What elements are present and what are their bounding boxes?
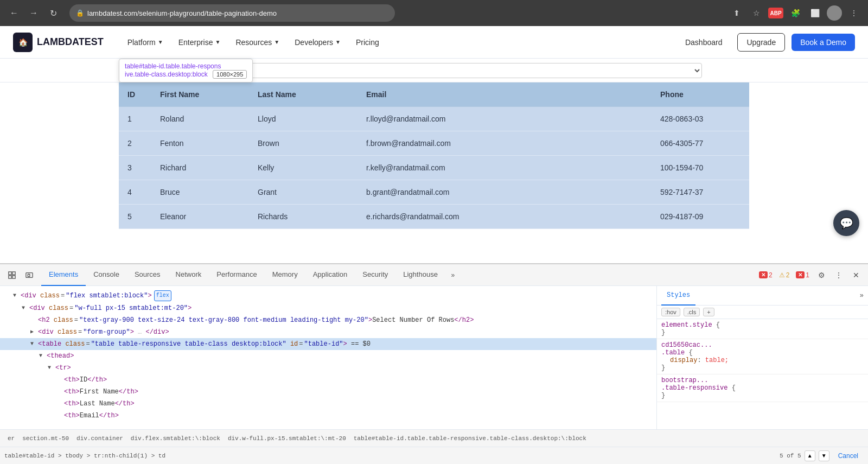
elem-html-2: <div class="w-full px-15 smtablet:mt-20"… [29,303,192,313]
nav-pricing-label: Pricing [356,38,379,47]
window-icon[interactable]: ⬜ [807,5,822,21]
extension-icon[interactable]: 🧩 [788,5,803,21]
expand-icon-5[interactable]: ▼ [30,339,38,349]
breadcrumb-flex[interactable]: div.flex.smtablet:\:block [127,435,224,442]
tab-lighthouse[interactable]: Lighthouse [395,264,445,286]
hov-button[interactable]: :hov [661,308,680,316]
menu-icon[interactable]: ⋮ [846,5,861,21]
nav-resources[interactable]: Resources ▼ [229,35,286,50]
nav-developers[interactable]: Developers ▼ [288,35,347,50]
reload-button[interactable]: ↻ [46,5,61,21]
cancel-button[interactable]: Cancel [833,451,864,461]
devtools-close-button[interactable]: ✕ [848,268,864,283]
forward-button[interactable]: → [26,5,41,21]
browser-chrome: ← → ↻ 🔒 lambdatest.com/selenium-playgrou… [0,0,868,26]
star-icon[interactable]: ☆ [749,5,764,21]
elem-html-4: <div class="form-group"> … </div> [38,327,169,337]
table-header: ID First Name Last Name Email Phone [119,82,749,107]
address-bar[interactable]: 🔒 lambdatest.com/selenium-playground/tab… [69,4,395,22]
tab-sources[interactable]: Sources [127,264,168,286]
nav-up-button[interactable]: ▲ [805,450,815,461]
expand-icon-4[interactable]: ▶ [30,327,38,337]
user-avatar [827,5,842,21]
table-row: 1RolandLloydr.lloyd@randatmail.com428-08… [119,107,749,131]
styles-tab-styles[interactable]: Styles [661,286,695,306]
expand-icon-7[interactable]: ▼ [48,363,55,373]
upgrade-button[interactable]: Upgrade [737,33,785,52]
data-table: ID First Name Last Name Email Phone 1Rol… [119,82,749,229]
warn-icon: ⚠ [779,271,785,279]
error2-count: 1 [806,271,809,279]
status-count: 5 of 5 [780,453,801,459]
dashboard-button[interactable]: Dashboard [676,34,731,51]
warn-badge[interactable]: ⚠ 2 [777,270,792,280]
nav-platform[interactable]: Platform ▼ [121,35,170,50]
more-tabs-button[interactable]: » [445,268,461,283]
elem-line-selected[interactable]: ▼ <table class="table table-responsive t… [0,338,656,350]
tab-network[interactable]: Network [168,264,209,286]
device-toolbar-icon[interactable] [22,268,37,283]
elements-panel[interactable]: ▼ <div class="flex smtablet:block"> flex… [0,286,656,429]
devtools-settings-button[interactable]: ⚙ [814,268,829,283]
error-badge-2[interactable]: ✕ 1 [794,270,812,280]
chat-bubble[interactable]: 💬 [833,210,859,236]
table-class-selector: .table [661,349,688,357]
expand-icon-6[interactable]: ▼ [39,351,47,361]
back-button[interactable]: ← [7,5,22,21]
elem-line[interactable]: ▶ <div class="form-group"> … </div> [0,326,656,338]
bootstrap-selector: .table-responsive [661,384,732,392]
styles-more-button[interactable]: » [860,292,864,300]
nav-pricing[interactable]: Pricing [349,35,386,50]
breadcrumb-er[interactable]: er [4,435,18,442]
svg-rect-3 [12,275,15,278]
elem-line[interactable]: ▶ <th>First Name</th> [0,386,656,398]
chevron-down-icon: ▼ [158,39,163,45]
error-badge[interactable]: ✕ 2 [757,270,775,280]
bootstrap-source: bootstrap... [661,377,708,384]
elem-html-6: <thead> [47,351,74,361]
nav-enterprise-label: Enterprise [178,38,213,47]
tab-performance[interactable]: Performance [209,264,264,286]
breadcrumb-container[interactable]: div.container [73,435,126,442]
add-style-button[interactable]: + [703,308,714,316]
col-header-id: ID [119,82,151,107]
elem-line[interactable]: ▼ <tr> [0,362,656,374]
elem-line[interactable]: ▶ <th>ID</th> [0,374,656,386]
lt-logo-icon: 🏠 [13,33,33,52]
svg-rect-1 [12,271,15,274]
book-demo-button[interactable]: Book a Demo [792,34,855,51]
svg-rect-0 [9,271,11,274]
elem-line[interactable]: ▶ <h2 class="text-gray-900 text-size-24 … [0,314,656,326]
nav-enterprise[interactable]: Enterprise ▼ [172,35,227,50]
nav-down-button[interactable]: ▼ [819,450,829,461]
devtools-tab-icons [4,268,37,283]
tab-console[interactable]: Console [86,264,127,286]
lt-nav-actions: Dashboard Upgrade Book a Demo [676,33,855,52]
tab-security[interactable]: Security [355,264,395,286]
devtools-menu-button[interactable]: ⋮ [831,268,846,283]
elem-line[interactable]: ▶ <th>Last Name</th> [0,398,656,410]
breadcrumb-wfull[interactable]: div.w-full.px-15.smtablet:\:mt-20 [225,435,349,442]
tab-elements[interactable]: Elements [41,264,86,286]
nav-platform-label: Platform [127,38,156,47]
devtools-panel: Elements Console Sources Network Perform… [0,263,868,464]
bootstrap-style-rule: bootstrap... .table-responsive { } [657,374,868,402]
expand-icon-2[interactable]: ▼ [22,303,29,313]
cls-button[interactable]: .cls [684,308,700,316]
expand-icon[interactable]: ▼ [13,291,21,301]
elem-line[interactable]: ▼ <div class="w-full px-15 smtablet:mt-2… [0,302,656,314]
elem-line[interactable]: ▼ <thead> [0,350,656,362]
tab-application[interactable]: Application [305,264,355,286]
lt-logo[interactable]: 🏠 LAMBDATEST [13,33,104,52]
share-icon[interactable]: ⬆ [729,5,744,21]
table-header-row: ID First Name Last Name Email Phone [119,82,749,107]
elem-line[interactable]: ▼ <div class="flex smtablet:block"> flex [0,289,656,302]
tab-memory[interactable]: Memory [265,264,305,286]
inspect-element-icon[interactable] [4,268,20,283]
abp-icon[interactable]: ABP [768,8,783,18]
table-row: 5EleanorRichardse.richards@randatmail.co… [119,205,749,229]
devtools-breadcrumb: er section.mt-50 div.container div.flex.… [0,429,868,447]
breadcrumb-section[interactable]: section.mt-50 [19,435,72,442]
elem-line[interactable]: ▶ <th>Email</th> [0,410,656,422]
breadcrumb-table[interactable]: table#table-id.table.table-responsive.ta… [350,435,590,442]
